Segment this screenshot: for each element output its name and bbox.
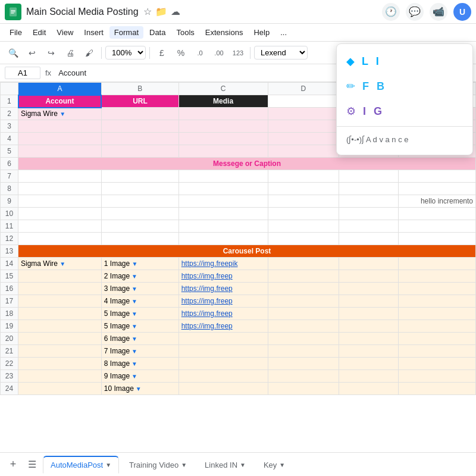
row-num-1: 1 xyxy=(1,95,18,108)
table-row: 10 xyxy=(1,208,476,220)
table-row: 24 10 Image ▼ xyxy=(1,383,476,395)
comment-icon[interactable]: 💬 xyxy=(406,3,424,21)
search-button[interactable]: 🔍 xyxy=(5,45,21,61)
cell-f9[interactable]: hello incremento xyxy=(399,195,476,208)
menu-extensions[interactable]: Extensions xyxy=(201,26,248,39)
video-icon[interactable]: 📹 xyxy=(430,3,447,21)
menu-bar: File Edit View Insert Format Data Tools … xyxy=(0,24,476,42)
tab-linkedin-dropdown[interactable]: ▼ xyxy=(240,462,246,468)
document-title: Main Social Media Posting xyxy=(26,7,139,17)
tab-training-video-dropdown[interactable]: ▼ xyxy=(181,462,187,468)
col-header-a[interactable]: A xyxy=(18,83,102,95)
menu-edit[interactable]: Edit xyxy=(28,26,51,39)
cell-c2[interactable] xyxy=(178,108,268,120)
table-row: 8 xyxy=(1,183,476,195)
table-row: 14 Sigma Wire ▼ 1 Image ▼ https://img.fr… xyxy=(1,258,476,270)
popup-item-li[interactable]: ◆ L I xyxy=(337,49,472,74)
title-icons: ☆ 📁 ☁ xyxy=(143,6,180,17)
user-avatar[interactable]: U xyxy=(453,3,471,21)
menu-file[interactable]: File xyxy=(5,26,27,39)
li-label: L I xyxy=(362,55,381,68)
cell-a14[interactable]: Sigma Wire ▼ xyxy=(18,258,102,270)
menu-insert[interactable]: Insert xyxy=(79,26,108,39)
cell-caption-row6[interactable]: Messege or Caption xyxy=(18,158,476,170)
col-header-d[interactable]: D xyxy=(268,83,339,95)
top-bar: Main Social Media Posting ☆ 📁 ☁ 🕐 💬 📹 U xyxy=(0,0,476,24)
fx-label: fx xyxy=(45,68,51,77)
format-123-button[interactable]: 123 xyxy=(230,45,246,61)
tab-training-video[interactable]: Training Video ▼ xyxy=(121,456,195,474)
popup-item-advance[interactable]: (ʃ•-•)ʃ A d v a n c e xyxy=(337,129,472,150)
sheet-menu-button[interactable]: ☰ xyxy=(24,456,40,473)
history-icon[interactable]: 🕐 xyxy=(382,3,400,21)
toolbar-separator-2 xyxy=(149,47,150,59)
tab-automediapost-label: AutoMediaPost xyxy=(51,461,103,469)
menu-format[interactable]: Format xyxy=(109,26,143,39)
tab-automediapost[interactable]: AutoMediaPost ▼ xyxy=(43,456,119,474)
cell-a2-dropdown[interactable]: ▼ xyxy=(60,111,65,117)
ig-icon: ⚙ xyxy=(346,105,356,118)
menu-more[interactable]: ... xyxy=(275,26,292,39)
font-selector[interactable]: Lexend xyxy=(254,46,308,60)
cell-reference-input[interactable] xyxy=(5,67,40,79)
svg-rect-3 xyxy=(11,12,14,13)
popup-separator xyxy=(337,126,472,127)
print-button[interactable]: 🖨 xyxy=(62,45,79,61)
cell-b2[interactable] xyxy=(101,108,178,120)
table-row: 22 8 Image ▼ xyxy=(1,358,476,370)
add-sheet-button[interactable]: + xyxy=(5,456,21,473)
table-row: 7 xyxy=(1,170,476,183)
svg-rect-1 xyxy=(11,10,15,11)
cell-a1[interactable]: Account xyxy=(18,95,102,108)
cloud-icon[interactable]: ☁ xyxy=(171,6,180,17)
table-row: 6 Messege or Caption xyxy=(1,158,476,170)
tab-automediapost-dropdown[interactable]: ▼ xyxy=(105,462,111,468)
svg-rect-2 xyxy=(11,11,15,12)
table-row: 17 4 Image ▼ https://img.freep xyxy=(1,295,476,308)
cell-d1[interactable] xyxy=(268,95,339,108)
decimal-more-button[interactable]: .00 xyxy=(211,45,227,61)
menu-data[interactable]: Data xyxy=(145,26,170,39)
tab-key[interactable]: Key ▼ xyxy=(256,456,293,474)
table-row: 12 xyxy=(1,233,476,245)
li-icon: ◆ xyxy=(346,55,355,68)
ig-label: I G xyxy=(363,105,384,118)
zoom-selector[interactable]: 100% xyxy=(105,46,146,60)
menu-view[interactable]: View xyxy=(52,26,78,39)
cell-b1[interactable]: URL xyxy=(101,95,178,108)
table-row: 13 Carousel Post xyxy=(1,245,476,258)
currency-button[interactable]: £ xyxy=(154,45,170,61)
corner-header xyxy=(1,83,18,95)
col-header-b[interactable]: B xyxy=(101,83,178,95)
bottom-bar: + ☰ AutoMediaPost ▼ Training Video ▼ Lin… xyxy=(0,452,476,476)
tab-linkedin[interactable]: Linked IN ▼ xyxy=(197,456,253,474)
redo-button[interactable]: ↪ xyxy=(43,45,60,61)
popup-item-fb[interactable]: ✏ F B xyxy=(337,74,472,99)
decimal-less-button[interactable]: .0 xyxy=(192,45,208,61)
cell-c1[interactable]: Media xyxy=(178,95,268,108)
cell-carousel-header[interactable]: Carousel Post xyxy=(18,245,476,258)
toolbar-separator-1 xyxy=(101,47,102,59)
tab-linkedin-label: Linked IN xyxy=(205,461,237,469)
tab-training-video-label: Training Video xyxy=(129,461,178,469)
folder-icon[interactable]: 📁 xyxy=(155,6,167,17)
table-row: 11 xyxy=(1,220,476,233)
col-header-c[interactable]: C xyxy=(178,83,268,95)
percent-button[interactable]: % xyxy=(173,45,189,61)
table-row: 23 9 Image ▼ xyxy=(1,370,476,383)
toolbar-separator-3 xyxy=(250,47,250,59)
star-icon[interactable]: ☆ xyxy=(143,6,152,17)
table-row: 18 5 Image ▼ https://img.freep xyxy=(1,308,476,320)
cell-a2[interactable]: Sigma Wire ▼ xyxy=(18,108,102,120)
table-row: 9 hello incremento xyxy=(1,195,476,208)
table-row: 19 5 Image ▼ https://img.freep xyxy=(1,320,476,333)
menu-help[interactable]: Help xyxy=(249,26,274,39)
cell-d2[interactable] xyxy=(268,108,339,120)
fb-label: F B xyxy=(362,80,387,93)
popup-item-ig[interactable]: ⚙ I G xyxy=(337,99,472,124)
undo-button[interactable]: ↩ xyxy=(24,45,40,61)
tab-key-label: Key xyxy=(264,461,277,469)
menu-tools[interactable]: Tools xyxy=(171,26,199,39)
tab-key-dropdown[interactable]: ▼ xyxy=(279,462,285,468)
paint-format-button[interactable]: 🖌 xyxy=(81,45,98,61)
